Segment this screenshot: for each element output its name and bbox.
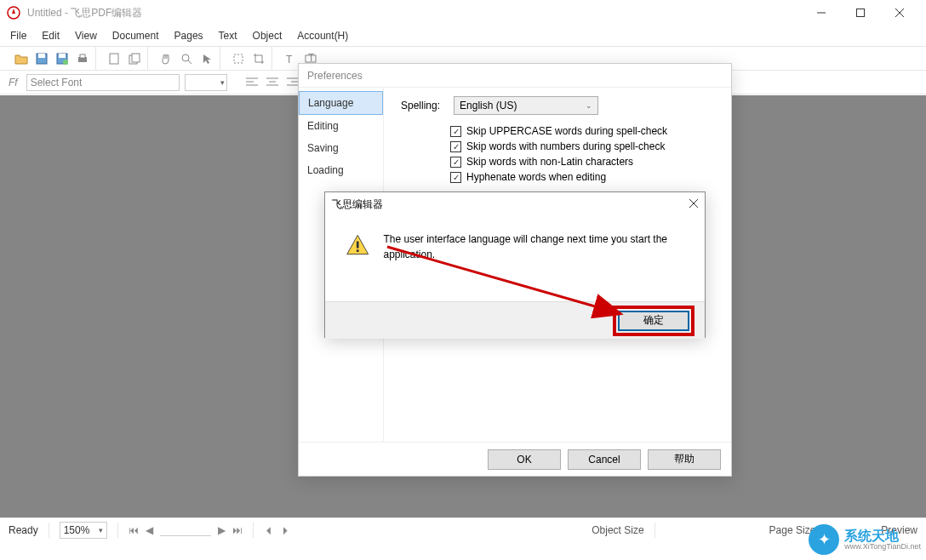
next-page-icon[interactable]: ▶ [218,524,226,536]
svg-rect-14 [132,54,140,62]
alert-message: The user interface language will change … [383,231,684,301]
menu-account[interactable]: Account(H) [297,30,348,42]
label-hyphenate: Hyphenate words when editing [466,171,606,183]
statusbar: Ready 150%▾ ⏮ ◀ ▶ ⏭ ⏴ ⏵ Object Size Page… [0,517,926,541]
svg-line-16 [188,60,191,64]
menubar: File Edit View Document Pages Text Objec… [0,26,926,46]
align-center-icon[interactable] [265,75,280,90]
nav-back-icon[interactable]: ⏴ [264,524,274,536]
chevron-down-icon: ▾ [99,526,103,534]
save-icon[interactable] [34,51,49,66]
open-icon[interactable] [14,51,29,66]
chevron-down-icon: ▾ [220,78,225,87]
svg-point-9 [63,60,68,65]
app-icon [7,6,20,20]
svg-point-15 [182,54,189,61]
help-button[interactable]: 帮助 [648,449,721,470]
tab-saving[interactable]: Saving [299,137,383,159]
maximize-button[interactable] [841,0,880,26]
checkbox-nonlatin[interactable]: ✓ [450,157,461,168]
font-placeholder: Select Font [31,77,83,89]
spelling-label: Spelling: [401,100,440,111]
tab-loading[interactable]: Loading [299,159,383,181]
cancel-button[interactable]: Cancel [568,449,641,470]
status-ready: Ready [9,524,38,536]
svg-text:T: T [286,54,293,65]
watermark-icon: ✦ [809,524,839,555]
select-icon[interactable] [231,51,246,66]
label-nonlatin: Skip words with non-Latin characters [466,156,633,168]
font-select[interactable]: Select Font [26,74,180,91]
print-icon[interactable] [75,51,90,66]
prev-page-icon[interactable]: ◀ [146,524,153,536]
checkbox-uppercase[interactable]: ✓ [450,126,461,137]
watermark-url: www.XiTongTianDi.net [844,543,921,551]
zoom-select[interactable]: 150%▾ [60,522,107,539]
text-icon[interactable]: T [283,51,298,66]
svg-rect-36 [357,249,359,252]
preferences-title: Preferences [299,64,731,88]
window-title: Untitled - 飞思PDF编辑器 [27,6,802,20]
menu-view[interactable]: View [75,30,97,42]
svg-rect-35 [357,242,359,249]
label-uppercase: Skip UPPERCASE words during spell-check [466,125,667,137]
zoom-value: 150% [64,524,90,536]
tab-editing[interactable]: Editing [299,115,383,137]
watermark-title: 系统天地 [844,529,921,543]
svg-text:T: T [308,53,315,64]
hand-icon[interactable] [158,51,174,66]
font-family-label: Ff [9,77,18,89]
checkbox-numbers[interactable]: ✓ [450,141,461,152]
menu-pages[interactable]: Pages [174,30,203,42]
menu-text[interactable]: Text [219,30,237,42]
titlebar: Untitled - 飞思PDF编辑器 [0,0,926,26]
menu-object[interactable]: Object [253,30,283,42]
svg-rect-11 [80,54,85,58]
preferences-footer: OK Cancel 帮助 [299,442,731,476]
menu-edit[interactable]: Edit [42,30,60,42]
window-controls [802,0,919,26]
svg-rect-8 [59,54,66,58]
alert-ok-highlight: 确定 [613,306,694,336]
tab-language[interactable]: Language [299,91,383,115]
crop-icon[interactable] [251,51,266,66]
page-input[interactable] [160,524,211,536]
svg-rect-12 [110,54,118,64]
label-numbers: Skip words with numbers during spell-che… [466,140,665,152]
alert-titlebar: 飞思编辑器 [325,192,705,216]
font-size-select[interactable]: ▾ [185,74,227,91]
watermark: ✦ 系统天地 www.XiTongTianDi.net [809,524,921,555]
svg-rect-2 [857,9,865,17]
new-page-icon[interactable] [106,51,122,66]
pages-icon[interactable] [127,51,142,66]
ok-button[interactable]: OK [488,449,561,470]
page-nav: ⏮ ◀ ▶ ⏭ [129,524,243,536]
chevron-down-icon: ⌄ [586,101,592,110]
alert-ok-button[interactable]: 确定 [618,311,689,331]
pointer-icon[interactable] [199,51,214,66]
alert-dialog: 飞思编辑器 The user interface language will c… [324,191,706,338]
align-left-icon[interactable] [244,75,260,90]
spelling-value: English (US) [460,100,517,111]
object-size-label: Object Size [592,524,643,536]
menu-document[interactable]: Document [112,30,159,42]
alert-title-text: 飞思编辑器 [332,197,383,212]
zoom-icon[interactable] [179,51,194,66]
close-icon[interactable] [689,198,698,210]
save-as-icon[interactable] [54,51,70,66]
checkbox-hyphenate[interactable]: ✓ [450,172,461,183]
warning-icon [346,231,369,259]
spelling-select[interactable]: English (US) ⌄ [454,96,598,115]
svg-rect-17 [234,54,243,63]
nav-forward-icon[interactable]: ⏵ [281,524,291,536]
close-button[interactable] [880,0,919,26]
last-page-icon[interactable]: ⏭ [232,524,243,536]
svg-rect-6 [38,54,45,58]
minimize-button[interactable] [802,0,841,26]
first-page-icon[interactable]: ⏮ [129,524,139,536]
menu-file[interactable]: File [10,30,26,42]
